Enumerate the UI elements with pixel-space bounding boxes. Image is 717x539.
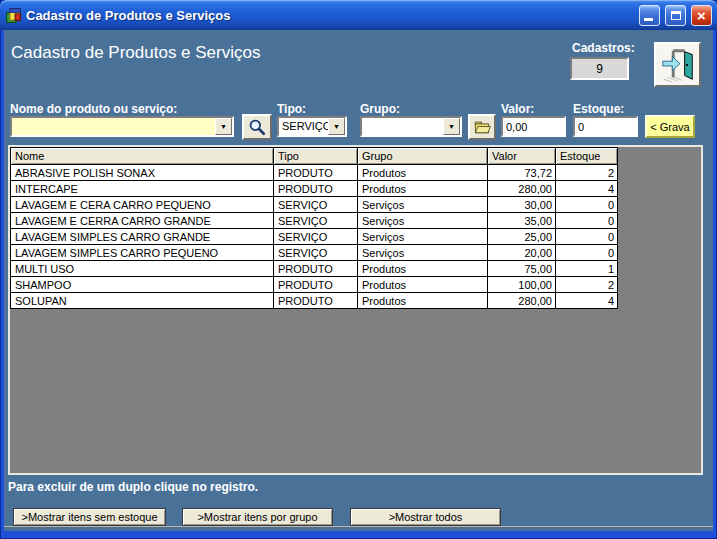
estoque-label: Estoque: bbox=[573, 102, 624, 116]
column-header[interactable]: Estoque bbox=[556, 148, 618, 165]
table-cell[interactable]: 25,00 bbox=[488, 229, 556, 245]
close-button[interactable]: × bbox=[691, 5, 712, 26]
table-cell[interactable]: PRODUTO bbox=[274, 277, 358, 293]
table-cell[interactable]: SERVIÇO bbox=[274, 213, 358, 229]
table-cell[interactable]: LAVAGEM E CERRA CARRO GRANDE bbox=[11, 213, 274, 229]
table-cell[interactable]: 20,00 bbox=[488, 245, 556, 261]
table-cell[interactable]: SOLUPAN bbox=[11, 293, 274, 309]
table-row[interactable]: MULTI USOPRODUTOProdutos75,001 bbox=[11, 261, 618, 277]
table-cell[interactable]: PRODUTO bbox=[274, 165, 358, 181]
table-cell[interactable]: 280,00 bbox=[488, 293, 556, 309]
table-cell[interactable]: Serviços bbox=[358, 197, 488, 213]
exit-door-icon bbox=[659, 46, 697, 84]
table-cell[interactable]: PRODUTO bbox=[274, 181, 358, 197]
table-cell[interactable]: 4 bbox=[556, 293, 618, 309]
table-cell[interactable]: Serviços bbox=[358, 245, 488, 261]
table-cell[interactable]: 75,00 bbox=[488, 261, 556, 277]
minimize-button[interactable] bbox=[639, 5, 660, 26]
table-cell[interactable]: Produtos bbox=[358, 181, 488, 197]
tipo-combobox[interactable]: SERVIÇO ▼ bbox=[277, 116, 347, 137]
table-cell[interactable]: 100,00 bbox=[488, 277, 556, 293]
table-row[interactable]: ABRASIVE POLISH SONAXPRODUTOProdutos73,7… bbox=[11, 165, 618, 181]
table-cell[interactable]: LAVAGEM SIMPLES CARRO PEQUENO bbox=[11, 245, 274, 261]
grava-button[interactable]: < Grava bbox=[645, 115, 695, 138]
table-cell[interactable]: SERVIÇO bbox=[274, 197, 358, 213]
bottom-bevel bbox=[4, 526, 713, 527]
minimize-icon bbox=[644, 18, 653, 21]
table-cell[interactable]: SHAMPOO bbox=[11, 277, 274, 293]
table-cell[interactable]: Serviços bbox=[358, 229, 488, 245]
grupo-combobox[interactable]: ▼ bbox=[360, 116, 462, 137]
table-cell[interactable]: 280,00 bbox=[488, 181, 556, 197]
group-folder-button[interactable] bbox=[468, 114, 496, 140]
table-row[interactable]: LAVAGEM E CERRA CARRO GRANDESERVIÇOServi… bbox=[11, 213, 618, 229]
titlebar[interactable]: Cadastro de Produtos e Serviços × bbox=[0, 0, 717, 30]
table-cell[interactable]: 0 bbox=[556, 245, 618, 261]
table-cell[interactable]: LAVAGEM SIMPLES CARRO GRANDE bbox=[11, 229, 274, 245]
app-window: Cadastro de Produtos e Serviços × Cadast… bbox=[0, 0, 717, 539]
table-cell[interactable]: PRODUTO bbox=[274, 293, 358, 309]
delete-hint: Para excluir de um duplo clique no regis… bbox=[8, 480, 258, 494]
table-cell[interactable]: 2 bbox=[556, 165, 618, 181]
table-cell[interactable]: SERVIÇO bbox=[274, 229, 358, 245]
table-cell[interactable]: Produtos bbox=[358, 261, 488, 277]
table-cell[interactable]: Produtos bbox=[358, 165, 488, 181]
table-cell[interactable]: INTERCAPE bbox=[11, 181, 274, 197]
nome-dropdown-button[interactable]: ▼ bbox=[215, 118, 232, 135]
table-cell[interactable]: LAVAGEM E CERA CARRO PEQUENO bbox=[11, 197, 274, 213]
tipo-dropdown-button[interactable]: ▼ bbox=[328, 118, 345, 135]
table-cell[interactable]: 30,00 bbox=[488, 197, 556, 213]
table-cell[interactable]: MULTI USO bbox=[11, 261, 274, 277]
show-all-button[interactable]: >Mostrar todos bbox=[350, 508, 501, 526]
chevron-down-icon: ▼ bbox=[448, 123, 455, 130]
products-grid[interactable]: NomeTipoGrupoValorEstoque ABRASIVE POLIS… bbox=[8, 145, 703, 475]
table-cell[interactable]: Serviços bbox=[358, 213, 488, 229]
maximize-button[interactable] bbox=[665, 5, 686, 26]
table-cell[interactable]: 0 bbox=[556, 229, 618, 245]
table-cell[interactable]: 0 bbox=[556, 197, 618, 213]
table-row[interactable]: LAVAGEM SIMPLES CARRO PEQUENOSERVIÇOServ… bbox=[11, 245, 618, 261]
valor-label: Valor: bbox=[501, 102, 534, 116]
cadastros-label: Cadastros: bbox=[572, 41, 635, 55]
estoque-input[interactable] bbox=[573, 116, 638, 137]
cadastros-count: 9 bbox=[570, 57, 629, 80]
folder-icon bbox=[473, 119, 491, 135]
column-header[interactable]: Nome bbox=[11, 148, 274, 165]
client-area: Cadastro de Produtos e Serviços Cadastro… bbox=[4, 30, 713, 531]
search-button[interactable] bbox=[242, 114, 272, 140]
page-title: Cadastro de Produtos e Serviços bbox=[11, 43, 260, 63]
table-cell[interactable]: 2 bbox=[556, 277, 618, 293]
table-row[interactable]: INTERCAPEPRODUTOProdutos280,004 bbox=[11, 181, 618, 197]
table-cell[interactable]: 73,72 bbox=[488, 165, 556, 181]
nome-combobox[interactable]: ▼ bbox=[10, 116, 234, 137]
table-row[interactable]: SHAMPOOPRODUTOProdutos100,002 bbox=[11, 277, 618, 293]
tipo-label: Tipo: bbox=[277, 102, 306, 116]
table-cell[interactable]: SERVIÇO bbox=[274, 245, 358, 261]
valor-input[interactable] bbox=[501, 116, 566, 137]
grupo-label: Grupo: bbox=[360, 102, 400, 116]
show-out-of-stock-button[interactable]: >Mostrar itens sem estoque bbox=[13, 508, 166, 526]
table-cell[interactable]: PRODUTO bbox=[274, 261, 358, 277]
table-cell[interactable]: Produtos bbox=[358, 293, 488, 309]
app-form-icon bbox=[5, 7, 22, 24]
exit-button[interactable] bbox=[654, 42, 701, 87]
nome-label: Nome do produto ou serviço: bbox=[10, 102, 177, 116]
table-row[interactable]: LAVAGEM E CERA CARRO PEQUENOSERVIÇOServi… bbox=[11, 197, 618, 213]
table-cell[interactable]: ABRASIVE POLISH SONAX bbox=[11, 165, 274, 181]
column-header[interactable]: Tipo bbox=[274, 148, 358, 165]
table-cell[interactable]: Produtos bbox=[358, 277, 488, 293]
table-cell[interactable]: 4 bbox=[556, 181, 618, 197]
column-header[interactable]: Valor bbox=[488, 148, 556, 165]
table-row[interactable]: SOLUPANPRODUTOProdutos280,004 bbox=[11, 293, 618, 309]
grupo-dropdown-button[interactable]: ▼ bbox=[443, 118, 460, 135]
chevron-down-icon: ▼ bbox=[333, 123, 340, 130]
column-header[interactable]: Grupo bbox=[358, 148, 488, 165]
window-title: Cadastro de Produtos e Serviços bbox=[26, 8, 634, 23]
table-cell[interactable]: 0 bbox=[556, 213, 618, 229]
show-by-group-button[interactable]: >Mostrar itens por grupo bbox=[182, 508, 333, 526]
table-header-row: NomeTipoGrupoValorEstoque bbox=[11, 148, 618, 165]
table-row[interactable]: LAVAGEM SIMPLES CARRO GRANDESERVIÇOServi… bbox=[11, 229, 618, 245]
table-cell[interactable]: 35,00 bbox=[488, 213, 556, 229]
maximize-icon bbox=[671, 11, 681, 20]
table-cell[interactable]: 1 bbox=[556, 261, 618, 277]
